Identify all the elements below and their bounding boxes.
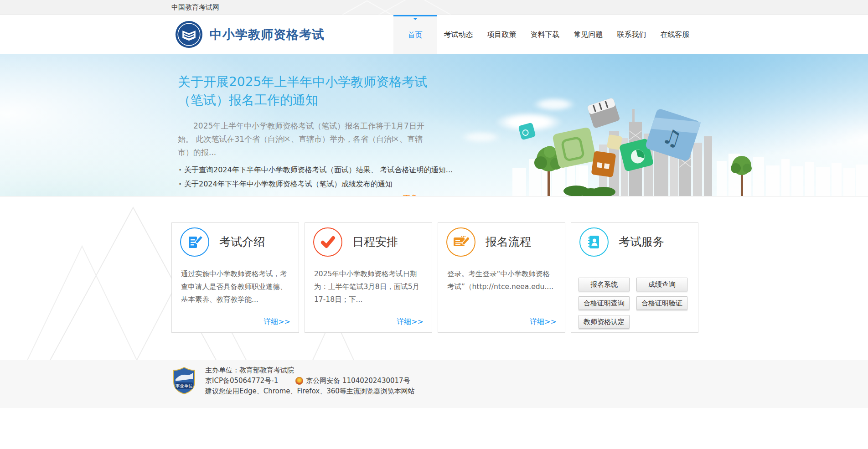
service-buttons: 报名系统 成绩查询 合格证明查询 合格证明验证 教师资格认定 <box>579 278 691 329</box>
browser-tip: 建议您使用Edge、Chrome、Firefox、360等主流浏览器浏览本网站 <box>205 386 415 397</box>
teacher-accreditation-button[interactable]: 教师资格认定 <box>579 315 630 329</box>
institution-badge-icon: 事业单位 <box>173 367 195 394</box>
contact-book-icon <box>579 227 609 257</box>
nav-item-downloads[interactable]: 资料下载 <box>523 15 567 54</box>
card-body: 登录。考生登录“中小学教师资格考试”（http://ntce.neea.edu.… <box>447 268 556 293</box>
nav-item-contact[interactable]: 联系我们 <box>610 15 653 54</box>
police-record-link[interactable]: 京公网安备 11040202430017号 <box>306 376 410 386</box>
score-inquiry-button[interactable]: 成绩查询 <box>636 278 687 291</box>
certificate-verify-button[interactable]: 合格证明验证 <box>636 296 687 310</box>
card-title: 报名流程 <box>486 234 531 249</box>
registration-system-button[interactable]: 报名系统 <box>579 278 630 291</box>
detail-link[interactable]: 详细>> <box>397 317 424 327</box>
icp-record: 京ICP备05064772号-1 <box>205 376 278 386</box>
news-list: 关于查询2024年下半年中小学教师资格考试（面试）结果、 考试合格证明的通知..… <box>178 163 429 191</box>
topbar: 中国教育考试网 <box>0 0 868 15</box>
card-exam-intro: 考试介绍 通过实施中小学教师资格考试，考查申请人是否具备教师职业道德、基本素养、… <box>171 222 299 333</box>
nav-item-policies[interactable]: 项目政策 <box>480 15 523 54</box>
detail-link[interactable]: 详细>> <box>530 317 557 327</box>
card-body: 通过实施中小学教师资格考试，考查申请人是否具备教师职业道德、基本素养、教育教学能… <box>181 268 289 306</box>
form-pencil-icon <box>446 227 475 257</box>
nav-item-exam-news[interactable]: 考试动态 <box>437 15 480 54</box>
organizer-line: 主办单位：教育部教育考试院 <box>205 365 415 376</box>
footer: 事业单位 主办单位：教育部教育考试院 京ICP备05064772号-1 京公网安… <box>0 360 868 408</box>
cards-section: 考试介绍 通过实施中小学教师资格考试，考查申请人是否具备教师职业道德、基本素养、… <box>0 196 868 360</box>
notice-summary: 2025年上半年中小学教师资格考试（笔试）报名工作将于1月7日开始。 此次笔试在… <box>178 119 429 159</box>
card-exam-services: 考试服务 报名系统 成绩查询 合格证明查询 合格证明验证 教师资格认定 <box>571 222 698 333</box>
card-registration-process: 报名流程 登录。考生登录“中小学教师资格考试”（http://ntce.neea… <box>438 222 565 333</box>
banner-city-illustration: ♫ <box>421 54 868 196</box>
card-title: 日程安排 <box>352 234 398 249</box>
news-item[interactable]: 关于查询2024年下半年中小学教师资格考试（面试）结果、 考试合格证明的通知..… <box>178 163 429 177</box>
hero-banner: ♫ 关于开展2025年上半年中小学教师资格考试（笔试）报名工作的通知 2025年… <box>0 54 868 196</box>
nav-item-faq[interactable]: 常见问题 <box>567 15 610 54</box>
nav-item-home[interactable]: 首页 <box>393 15 437 54</box>
news-item[interactable]: 关于2024年下半年中小学教师资格考试（笔试）成绩发布的通知 <box>178 177 429 191</box>
nav-item-online-service[interactable]: 在线客服 <box>653 15 697 54</box>
main-nav: 首页 考试动态 项目政策 资料下载 常见问题 联系我们 在线客服 <box>393 15 697 54</box>
card-schedule: 日程安排 2025年中小学教师资格考试日期为：上半年笔试3月8日，面试5月17-… <box>305 222 432 333</box>
checkmark-icon <box>313 227 342 257</box>
parent-site-name: 中国教育考试网 <box>171 0 219 15</box>
detail-link[interactable]: 详细>> <box>264 317 290 327</box>
site-title: 中小学教师资格考试 <box>210 26 325 43</box>
certificate-inquiry-button[interactable]: 合格证明查询 <box>579 296 630 310</box>
card-body: 2025年中小学教师资格考试日期为：上半年笔试3月8日，面试5月17-18日；下… <box>314 268 423 306</box>
notice-title-link[interactable]: 关于开展2025年上半年中小学教师资格考试（笔试）报名工作的通知 <box>178 73 429 109</box>
police-badge-icon <box>295 377 303 385</box>
card-title: 考试介绍 <box>219 234 265 249</box>
card-title: 考试服务 <box>619 234 664 249</box>
hero-content: 关于开展2025年上半年中小学教师资格考试（笔试）报名工作的通知 2025年上半… <box>178 54 429 196</box>
document-pencil-icon <box>180 227 209 257</box>
logo-link[interactable]: 中小学教师资格考试 <box>171 21 325 48</box>
svg-text:事业单位: 事业单位 <box>176 383 193 388</box>
logo-seal-icon <box>175 21 203 48</box>
header: 中小学教师资格考试 首页 考试动态 项目政策 资料下载 常见问题 联系我们 在线… <box>0 15 868 54</box>
